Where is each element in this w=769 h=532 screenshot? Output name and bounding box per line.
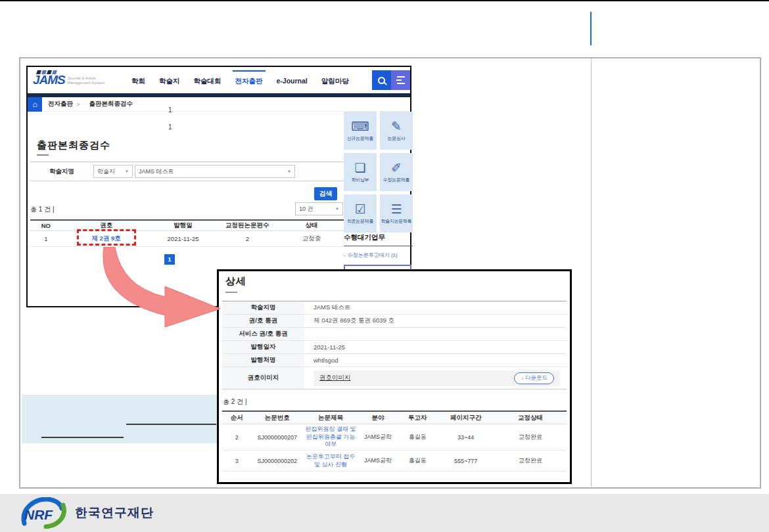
nav-item-notice[interactable]: 알림마당 (321, 75, 349, 86)
jams-header: JAMS Journal & Article Management System… (28, 67, 410, 93)
search-filter: 학술지명 학술지 ▼ JAMS 테스트 ▼ (30, 162, 344, 181)
cell-field: JAMS공학 (358, 456, 398, 465)
article-row: 3 SJ0000000202 논문투고부터 접수 및 심사 진행 JAMS공학 … (222, 451, 567, 472)
detail-label: 발행일자 (222, 341, 304, 353)
breadcrumb-section[interactable]: 전자출판 (48, 100, 73, 108)
document-icon: ❏ (354, 162, 365, 174)
nav-item-conference[interactable]: 학술대회 (194, 75, 221, 86)
search-icon (378, 77, 385, 84)
cell-order: 2 (222, 434, 252, 441)
redacted-line-1 (126, 424, 216, 425)
detail-row-image: 권호이미지 권호이미지 ↓ 다운로드 (222, 367, 567, 389)
pending-item-revised[interactable]: -수정논문투고대기 (1) (344, 252, 413, 259)
page: JAMS Journal & Article Management System… (0, 0, 769, 532)
nav-item-epublish-active[interactable]: 전자출판 (235, 75, 263, 86)
issue-highlight-box (77, 229, 136, 246)
chevron-down-icon: ▼ (335, 207, 339, 211)
detail-value: 2021-11-25 (304, 341, 567, 353)
journal-type-select[interactable]: 학술지 ▼ (93, 165, 133, 178)
cell-pages: 33~44 (437, 434, 494, 441)
cell-article-no: SJ0000000207 (252, 434, 304, 441)
jams-logo[interactable]: JAMS Journal & Article Management System (33, 73, 114, 87)
menu-icon (396, 79, 402, 81)
col-no: NO (30, 222, 62, 229)
quick-menu: ⌨ 신규논문제출 ✎ 논문심사 ❏ 회비납부 ✐ 수정논문제출 ☑ 최종논문제출… (344, 112, 413, 233)
menu-icon (397, 83, 405, 84)
tile-label: 신규논문제출 (347, 135, 373, 142)
cell-count: 2 (215, 235, 279, 242)
tile-article-list[interactable]: ☰ 학술지논문목록 (380, 194, 413, 233)
tile-label: 논문심사 (388, 135, 406, 142)
article-count: 총 2 건 | (223, 397, 570, 407)
journal-name-select[interactable]: JAMS 테스트 ▼ (135, 165, 295, 178)
home-icon[interactable]: ⌂ (28, 97, 42, 112)
logo-cube (41, 70, 47, 74)
detail-row: 학술지명 JAMS 테스트 (222, 301, 567, 315)
detail-label: 발행처명 (222, 354, 304, 366)
journal-type-value: 학술지 (97, 167, 115, 176)
stray-mark-2: 1 (168, 123, 172, 131)
menu-button[interactable] (391, 70, 410, 90)
tile-final-submission[interactable]: ☑ 최종논문제출 (344, 194, 377, 233)
tile-label: 회비납부 (352, 177, 369, 183)
col-article-no: 논문번호 (252, 414, 304, 422)
nav-item-ejournal[interactable]: e-Journal (277, 75, 308, 86)
detail-row: 발행처명 whtlsgod (222, 354, 567, 367)
popup-title: 상세 (225, 275, 570, 288)
nav-item-society[interactable]: 학회 (131, 75, 145, 86)
detail-table: 학술지명 JAMS 테스트 권/호 통권 제 042권 869호 통권 6039… (222, 301, 567, 389)
col-status: 상태 (279, 221, 344, 230)
cell-status: 교정중 (279, 234, 344, 243)
cell-proof-status: 교정완료 (494, 433, 567, 441)
frame-divider (591, 58, 592, 487)
edit-document-icon: ✐ (391, 162, 402, 174)
article-title-link[interactable]: 논문투고부터 접수 및 심사 진행 (303, 452, 358, 470)
col-proof-status: 교정상태 (494, 414, 567, 422)
tile-review[interactable]: ✎ 논문심사 (380, 112, 413, 150)
detail-label: 권/호 통권 (222, 315, 304, 327)
main-nav: 학회 학술지 학술대회 전자출판 e-Journal 알림마당 (131, 75, 349, 86)
page-size-value: 10 건 (299, 205, 314, 213)
detail-row: 서비스 권/호 통권 (222, 328, 567, 341)
breadcrumb-separator: > (76, 100, 80, 108)
journal-name-value: JAMS 테스트 (139, 167, 174, 176)
detail-value: JAMS 테스트 (304, 301, 567, 314)
download-button[interactable]: ↓ 다운로드 (514, 372, 554, 384)
issue-image-link[interactable]: 권호이미지 (319, 374, 351, 382)
tile-label: 학술지논문목록 (381, 218, 412, 225)
detail-value: 제 042권 869호 통권 6039 호 (304, 315, 567, 327)
logo-cube (52, 70, 57, 74)
breadcrumb: ⌂ 전자출판 > 출판본최종검수 (28, 97, 410, 112)
tile-membership-fee[interactable]: ❏ 회비납부 (344, 153, 377, 191)
logo-cube (36, 70, 41, 74)
search-submit-button[interactable]: 검색 (314, 187, 337, 200)
tile-revised-submission[interactable]: ✐ 수정논문제출 (380, 153, 413, 191)
nav-item-journal[interactable]: 학술지 (159, 75, 180, 86)
logo-cube (47, 70, 52, 74)
document-footer: NRF 한국연구재단 (0, 494, 769, 532)
org-name: 한국연구재단 (75, 504, 154, 521)
col-count: 교정된논문편수 (215, 221, 279, 230)
col-date: 발행일 (151, 221, 216, 230)
cell-field: JAMS공학 (358, 433, 398, 441)
chevron-down-icon: ▼ (287, 169, 291, 173)
detail-row: 권/호 통권 제 042권 869호 통권 6039 호 (222, 315, 567, 328)
col-field: 분야 (358, 414, 398, 422)
article-title-link[interactable]: 편집위원장 결재 및 편집위원총괄 가능여부 (303, 424, 358, 450)
top-rule (0, 0, 769, 1)
jams-logo-subtitle: Journal & Article Management System (68, 76, 107, 87)
detail-popup: 상세 학술지명 JAMS 테스트 권/호 통권 제 042권 869호 통권 6… (217, 269, 572, 484)
col-order: 순서 (222, 414, 252, 422)
cell-no: 1 (30, 235, 62, 242)
search-button[interactable] (372, 70, 391, 90)
checklist-icon: ☰ (390, 203, 402, 215)
issue-image-filebox: 권호이미지 ↓ 다운로드 (314, 370, 560, 386)
page-size-select[interactable]: 10 건 ▼ (295, 202, 343, 215)
bullet: - (344, 252, 346, 258)
stray-mark-1: 1 (168, 106, 172, 114)
cell-author: 홍길동 (398, 433, 437, 441)
page-title-underline (37, 154, 49, 156)
pencil-bulb-icon: ✎ (391, 120, 402, 133)
header-buttons (372, 70, 410, 90)
tile-new-submission[interactable]: ⌨ 신규논문제출 (344, 112, 377, 150)
